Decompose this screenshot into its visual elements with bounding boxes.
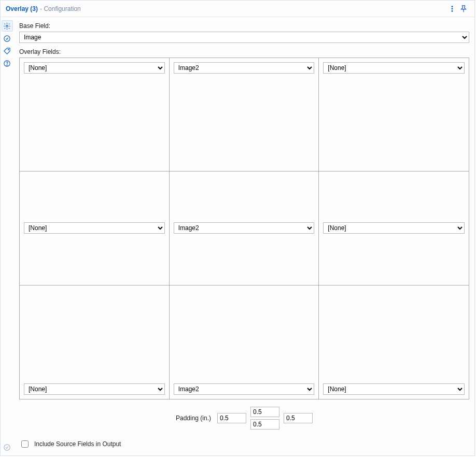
main-content: Base Field: Image Overlay Fields: [None]… [14,17,474,455]
pin-icon[interactable] [458,3,469,15]
sidebar [1,17,14,455]
padding-left-input[interactable] [217,413,246,423]
padding-bottom-input[interactable] [250,419,279,430]
overlay-select-0-0[interactable]: [None]Image2 [24,62,165,74]
base-field-select[interactable]: Image [19,32,469,43]
overlay-cell-2-1: [None]Image2 [170,285,319,399]
overlay-select-2-0[interactable]: [None]Image2 [24,383,165,395]
sidebar-tag[interactable] [2,45,13,56]
sidebar-status-icon [1,444,13,451]
overlay-cell-1-2: [None]Image2 [319,172,469,285]
overlay-grid: [None]Image2 [None]Image2 [None]Image2 [… [19,58,469,399]
overlay-select-2-2[interactable]: [None]Image2 [323,383,465,395]
svg-point-2 [452,10,453,11]
overlay-cell-0-0: [None]Image2 [20,58,170,172]
include-source-checkbox[interactable] [21,440,29,448]
svg-point-1 [452,8,453,9]
overlay-cell-1-1: [None]Image2 [170,172,319,285]
overlay-select-1-1[interactable]: [None]Image2 [174,222,315,234]
overlay-select-0-2[interactable]: [None]Image2 [323,62,465,74]
svg-point-4 [4,35,10,41]
padding-row: Padding (in.) [19,407,469,430]
overlay-cell-0-1: [None]Image2 [170,58,319,172]
svg-point-3 [6,25,8,27]
overlay-select-0-1[interactable]: [None]Image2 [174,62,315,74]
padding-label: Padding (in.) [176,415,211,422]
title-bar: Overlay (3) - Configuration [1,1,474,17]
include-source-row: Include Source Fields in Output [19,439,469,449]
svg-point-7 [7,65,7,65]
overlay-select-1-0[interactable]: [None]Image2 [24,222,165,234]
include-source-label[interactable]: Include Source Fields in Output [34,440,121,448]
overlay-cell-1-0: [None]Image2 [20,172,170,285]
tool-subtitle: - Configuration [40,5,81,12]
config-panel: Overlay (3) - Configuration [0,0,475,456]
overlay-select-2-1[interactable]: [None]Image2 [174,383,315,395]
tool-title: Overlay (3) [6,5,38,12]
sidebar-nav[interactable] [2,33,13,44]
overlay-fields-label: Overlay Fields: [19,48,469,55]
sidebar-config[interactable] [2,20,13,32]
overlay-select-1-2[interactable]: [None]Image2 [323,222,465,234]
overlay-cell-0-2: [None]Image2 [319,58,469,172]
padding-top-input[interactable] [250,407,279,417]
more-icon[interactable] [446,3,458,15]
overlay-cell-2-0: [None]Image2 [20,285,170,399]
overlay-cell-2-2: [None]Image2 [319,285,469,399]
svg-point-5 [8,49,9,50]
svg-point-0 [452,6,453,7]
sidebar-help[interactable] [2,58,13,69]
padding-right-input[interactable] [284,413,313,423]
base-field-label: Base Field: [19,22,469,30]
svg-point-8 [4,445,10,450]
